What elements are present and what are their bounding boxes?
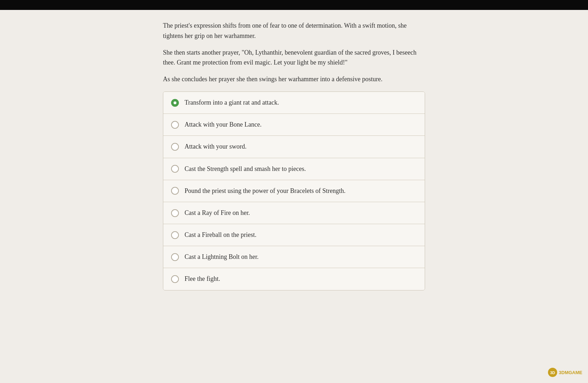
choice-item-4[interactable]: Cast the Strength spell and smash her to… [163,158,425,180]
radio-button-7[interactable] [171,231,179,239]
choice-item-1[interactable]: Transform into a giant rat and attack. [163,92,425,114]
radio-button-2[interactable] [171,121,179,129]
radio-button-6[interactable] [171,209,179,217]
choice-label-3: Attack with your sword. [185,142,247,151]
top-bar [0,0,588,10]
choice-label-7: Cast a Fireball on the priest. [185,231,256,239]
choice-item-6[interactable]: Cast a Ray of Fire on her. [163,202,425,224]
watermark-icon: 3D [548,367,558,377]
choice-label-8: Cast a Lightning Bolt on her. [185,252,259,261]
svg-text:3D: 3D [550,371,555,375]
narrative-paragraph-2: She then starts another prayer, "Oh, Lyt… [163,48,425,68]
choice-label-5: Pound the priest using the power of your… [185,187,345,195]
radio-button-1[interactable] [171,99,179,107]
watermark: 3D 3DMGAME [548,367,582,377]
choice-item-2[interactable]: Attack with your Bone Lance. [163,114,425,136]
choice-item-3[interactable]: Attack with your sword. [163,136,425,158]
narrative-paragraph-3: As she concludes her prayer she then swi… [163,74,425,84]
choice-label-9: Flee the fight. [185,274,220,283]
radio-inner-dot-1 [174,101,176,104]
radio-button-5[interactable] [171,187,179,195]
radio-button-8[interactable] [171,253,179,261]
radio-button-9[interactable] [171,275,179,283]
choice-label-6: Cast a Ray of Fire on her. [185,209,250,217]
choices-container: Transform into a giant rat and attack.At… [163,91,425,290]
choice-item-8[interactable]: Cast a Lightning Bolt on her. [163,246,425,268]
choice-item-7[interactable]: Cast a Fireball on the priest. [163,224,425,246]
narrative-paragraph-1: The priest's expression shifts from one … [163,21,425,41]
content-wrapper: The priest's expression shifts from one … [156,10,432,312]
choice-item-9[interactable]: Flee the fight. [163,268,425,290]
choice-item-5[interactable]: Pound the priest using the power of your… [163,180,425,202]
choice-label-1: Transform into a giant rat and attack. [185,98,279,107]
radio-button-3[interactable] [171,143,179,151]
choice-label-2: Attack with your Bone Lance. [185,120,261,129]
choice-label-4: Cast the Strength spell and smash her to… [185,165,306,173]
radio-button-4[interactable] [171,165,179,173]
watermark-label: 3DMGAME [559,370,582,375]
